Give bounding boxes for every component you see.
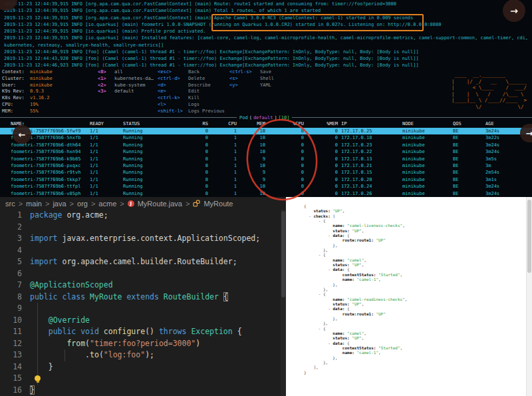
line-number: 4 — [0, 245, 30, 257]
json-key: name: — [332, 297, 344, 301]
namespace-name: default — [253, 115, 273, 120]
editor-scrollbar[interactable] — [281, 210, 286, 396]
k9s-namespace-hotkeys: <0>all<1>kubernetes-da…<2>kube-system<3>… — [98, 69, 154, 95]
code-text: import javax.enterprise.context.Applicat… — [30, 233, 260, 245]
pod-cell: 1/1 — [90, 183, 123, 190]
code-token — [219, 292, 223, 301]
shortcut-item[interactable]: <ctrl-k>Kill — [158, 95, 225, 102]
breadcrumb-item[interactable]: main — [26, 200, 42, 208]
pod-cell: Running — [123, 128, 186, 134]
breadcrumb-item[interactable]: org — [77, 200, 88, 208]
hotkey-label: all — [114, 69, 123, 75]
code-line: 11 public void configure() throws Except… — [0, 326, 286, 338]
json-key: status: — [332, 301, 349, 306]
code-editor[interactable]: src>main>java>org>acme> J MyRoute.java >… — [0, 197, 286, 396]
json-line: name: "camel-readiness-checks", — [304, 297, 407, 301]
pod-cell: foometri-7587f769b6-hxn94 — [0, 148, 90, 155]
shortcut-item[interactable]: <d>Describe — [158, 83, 225, 89]
json-lines: { status: "UP", - checks: [ - { name: "c… — [304, 204, 407, 375]
json-key: name: — [332, 331, 344, 335]
pod-cell: BE — [453, 128, 485, 134]
pod-cell: 10 — [245, 162, 273, 169]
cluster-info-row: Context:minikube — [2, 69, 53, 76]
json-key: data: — [332, 233, 344, 238]
pod-cell: 0 — [273, 156, 312, 162]
json-line: - { — [304, 218, 407, 223]
column-header: STATUS — [123, 120, 186, 127]
shortcut-item[interactable]: <l>Logs — [158, 102, 225, 108]
pod-cell: 3m24s — [485, 142, 532, 148]
nav-prev-button[interactable]: ← — [13, 125, 31, 144]
pod-row[interactable]: foometri-7587f769b6-r9tvh1/1Running01900… — [0, 169, 532, 176]
json-line: name: "camel", — [304, 331, 407, 335]
indent-guide — [37, 303, 38, 385]
pod-row[interactable]: foometri-7587f769b6-ttfpl1/1Running01100… — [0, 183, 532, 190]
pod-row[interactable]: foometri-7587f769b6-dth641/1Running01100… — [0, 142, 532, 148]
k9s-cluster-info: Context:minikubeCluster:minikubeUser:min… — [2, 69, 53, 115]
breadcrumb-item[interactable]: src — [5, 200, 15, 208]
class-symbol-icon — [193, 200, 200, 207]
code-token — [99, 327, 104, 336]
pod-row[interactable]: foometri-7587f769b6-pxqxc1/1Running01100… — [0, 162, 532, 169]
pod-cell: 172.17.0.18 — [341, 134, 402, 141]
breadcrumb-item[interactable]: acme — [98, 200, 116, 208]
json-punct: { — [321, 218, 325, 223]
shortcut-item[interactable]: <y>YAML — [229, 83, 274, 89]
json-key: data: — [332, 341, 344, 345]
hotkey-label: kubernetes-da… — [114, 76, 154, 81]
namespace-hotkey-item[interactable]: <3>default — [98, 89, 154, 95]
shortcut-item[interactable]: <e>Edit — [158, 89, 225, 95]
json-value: "camel-1" — [356, 350, 378, 355]
pod-cell: Running — [123, 162, 186, 169]
pod-cell: 0 — [186, 176, 216, 183]
pod-cell: 0 — [273, 183, 312, 190]
json-line: }, — [304, 321, 407, 325]
pod-row[interactable]: foometri-7587f769b6-k9b851/1Running01900… — [0, 156, 532, 162]
breadcrumb-symbol[interactable]: MyRoute — [203, 200, 233, 208]
json-value: "camel" — [347, 331, 364, 335]
pod-row[interactable]: foometri-7587f769b6-5nxfb1/1Running01100… — [0, 134, 532, 141]
breadcrumb-item[interactable]: java — [53, 200, 66, 208]
pod-cell: 0 — [186, 183, 216, 190]
json-punct — [304, 267, 328, 272]
json-scrollbar-thumb[interactable] — [527, 200, 531, 273]
json-key: checks: — [313, 214, 330, 218]
info-value: minikube — [30, 69, 53, 75]
pod-cell: 0 — [273, 190, 312, 197]
code-line: 8public class MyRoute extends RouteBuild… — [0, 292, 286, 303]
namespace-hotkey-item[interactable]: <0>all — [98, 69, 154, 76]
pod-row[interactable]: foometri-7587f769b6-v85ph1/1Running01100… — [0, 190, 532, 197]
json-line: contextStatus: "Started", — [304, 272, 407, 277]
json-punct — [304, 238, 342, 242]
shortcut-item[interactable]: <ctrl-s>Save — [229, 69, 274, 76]
info-label: K9s Rev: — [2, 89, 30, 95]
nav-next-button-top[interactable]: → — [503, 0, 525, 22]
hotkey-label: Logs Previous — [188, 108, 225, 114]
pod-cell: minikube — [402, 169, 453, 176]
lightbulb-icon[interactable] — [35, 375, 41, 381]
pod-row[interactable]: foometri-7587f769b6-5fwf91/1Running01100… — [0, 128, 532, 134]
pod-cell: BE — [453, 162, 485, 169]
editor-scrollbar-thumb[interactable] — [281, 211, 285, 297]
pod-cell: 0 — [312, 162, 341, 169]
code-token: . — [30, 350, 90, 359]
code-line: 13 .to("log:foo"); — [0, 349, 286, 361]
pod-table-title: Pod(default)[10] — [0, 114, 532, 120]
shortcut-item[interactable]: <esc>Back — [158, 69, 225, 76]
namespace-hotkey-item[interactable]: <1>kubernetes-da… — [98, 76, 154, 83]
json-line: name: "camel-1", — [304, 350, 407, 355]
namespace-hotkey-item[interactable]: <2>kube-system — [98, 83, 154, 89]
pod-cell: 1/1 — [90, 142, 123, 148]
json-value: "UP" — [352, 301, 361, 306]
shortcut-item[interactable]: <s>Shell — [229, 76, 274, 83]
pod-row[interactable]: foometri-7587f769b6-tkkp71/1Running01900… — [0, 176, 532, 183]
breadcrumb-file[interactable]: MyRoute.java — [138, 200, 182, 208]
pod-row[interactable]: foometri-7587f769b6-hxn941/1Running01100… — [0, 148, 532, 155]
json-punct: , — [362, 335, 364, 340]
column-header: %MEM — [312, 120, 341, 127]
shortcut-item[interactable]: <ctrl-d>Delete — [158, 76, 225, 83]
pod-cell: 1 — [216, 134, 245, 141]
json-scrollbar[interactable] — [526, 197, 532, 396]
line-number: 11 — [0, 326, 30, 338]
json-key: route:route1: — [342, 238, 374, 242]
